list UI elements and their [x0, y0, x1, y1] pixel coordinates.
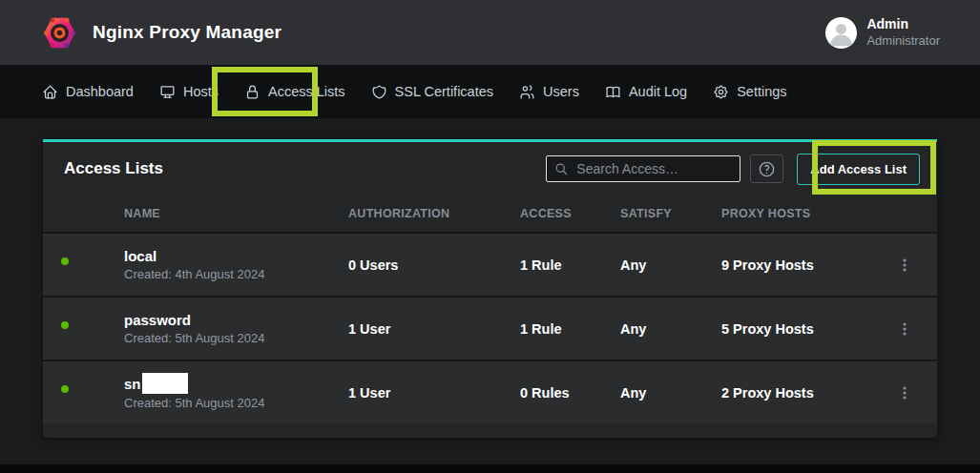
kebab-menu-icon: [897, 321, 912, 337]
nav-label: SSL Certificates: [395, 84, 493, 99]
window-bottom-edge: [0, 464, 980, 473]
lock-icon: [244, 84, 261, 100]
book-icon: [605, 84, 621, 100]
proxy-hosts-value: 5 Proxy Hosts: [721, 321, 891, 337]
proxy-hosts-value: 2 Proxy Hosts: [721, 385, 891, 401]
monitor-icon: [159, 84, 176, 100]
column-header-satisfy: SATISFY: [620, 207, 721, 220]
satisfy-value: Any: [620, 385, 721, 401]
panel-header: Access Lists Add Access List: [43, 142, 937, 195]
search-box[interactable]: [546, 155, 740, 182]
nav-item-hosts[interactable]: Hosts: [159, 84, 219, 100]
table-header-row: NAME AUTHORIZATION ACCESS SATISFY PROXY …: [43, 195, 937, 232]
access-list-created: Created: 4th August 2024: [124, 266, 348, 283]
kebab-menu-icon: [897, 257, 912, 273]
nav-item-dashboard[interactable]: Dashboard: [42, 84, 134, 100]
app-brand[interactable]: Nginx Proxy Manager: [43, 16, 281, 50]
app-title: Nginx Proxy Manager: [93, 22, 281, 43]
panel-title: Access Lists: [64, 159, 163, 178]
column-header-proxy-hosts: PROXY HOSTS: [721, 207, 891, 220]
nav-label: Dashboard: [66, 84, 134, 99]
kebab-menu-icon: [897, 385, 912, 401]
main-nav: Dashboard Hosts Access Lists SSL Certifi…: [0, 65, 980, 118]
access-list-name: local: [124, 247, 348, 266]
proxy-hosts-value: 9 Proxy Hosts: [721, 257, 891, 273]
authorization-value: 1 User: [348, 385, 520, 401]
access-list-created: Created: 5th August 2024: [124, 330, 348, 347]
row-menu-button[interactable]: [891, 380, 918, 406]
row-menu-button[interactable]: [891, 316, 918, 342]
nav-label: Users: [543, 84, 579, 99]
nav-item-users[interactable]: Users: [519, 84, 579, 100]
nav-item-ssl-certificates[interactable]: SSL Certificates: [371, 84, 493, 100]
access-value: 0 Rules: [520, 385, 620, 401]
status-online-dot: [59, 256, 71, 267]
satisfy-value: Any: [620, 321, 721, 337]
access-list-name: password: [124, 311, 348, 330]
status-online-dot: [59, 319, 71, 331]
user-avatar: [825, 17, 857, 49]
shield-icon: [371, 84, 387, 100]
person-icon: [825, 17, 857, 49]
column-header-name: NAME: [124, 207, 348, 220]
nav-item-audit-log[interactable]: Audit Log: [605, 84, 687, 100]
authorization-value: 1 User: [348, 321, 520, 337]
nav-label: Settings: [737, 84, 786, 99]
gear-icon: [713, 84, 729, 100]
user-role: Administrator: [866, 33, 940, 49]
help-button[interactable]: [750, 154, 783, 183]
access-lists-panel: Access Lists Add Access List NAME AUTHOR…: [43, 139, 937, 438]
nav-item-access-lists[interactable]: Access Lists: [244, 84, 345, 100]
access-value: 1 Rule: [520, 257, 620, 273]
authorization-value: 0 Users: [348, 257, 520, 273]
search-input[interactable]: [576, 161, 732, 176]
table-row: sn Created: 5th August 2024 1 User 0 Rul…: [43, 360, 937, 423]
search-icon: [554, 162, 569, 176]
nginx-proxy-manager-logo-icon: [43, 16, 76, 50]
table-row: password Created: 5th August 2024 1 User…: [43, 296, 937, 360]
redaction-box: [142, 373, 188, 394]
add-access-list-button[interactable]: Add Access List: [797, 154, 920, 185]
status-online-dot: [59, 383, 71, 395]
row-menu-button[interactable]: [891, 252, 918, 278]
access-list-name: sn: [124, 376, 141, 392]
home-icon: [42, 84, 58, 100]
nav-label: Audit Log: [629, 84, 687, 99]
satisfy-value: Any: [620, 257, 721, 273]
users-icon: [519, 84, 535, 100]
nav-label: Hosts: [183, 84, 219, 99]
column-header-access: ACCESS: [520, 207, 620, 220]
top-header-bar: Nginx Proxy Manager Admin Administrator: [0, 0, 980, 65]
access-value: 1 Rule: [520, 321, 620, 337]
nav-label: Access Lists: [268, 84, 345, 99]
user-menu[interactable]: Admin Administrator: [825, 16, 940, 49]
table-row: local Created: 4th August 2024 0 Users 1…: [43, 232, 937, 296]
column-header-authorization: AUTHORIZATION: [348, 207, 520, 220]
nav-item-settings[interactable]: Settings: [713, 84, 786, 100]
help-circle-icon: [758, 160, 776, 178]
user-name: Admin: [866, 16, 940, 33]
access-list-created: Created: 5th August 2024: [124, 395, 348, 412]
